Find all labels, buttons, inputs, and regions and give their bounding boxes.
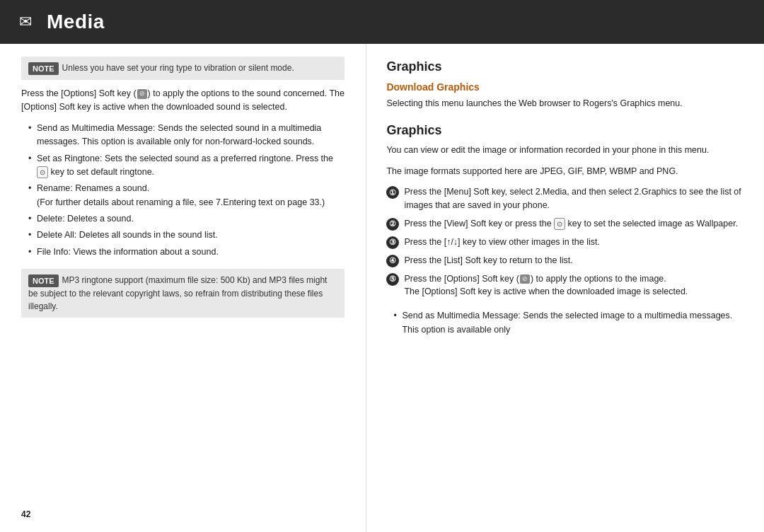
note-text-2: MP3 ringtone support (maximum file size:… (28, 275, 327, 311)
bullet-list-2: Send as Multimedia Message: Sends the se… (393, 309, 744, 340)
options-icon-2: ⊘ (520, 274, 530, 284)
numbered-item-text-1: Press the [Menu] Soft key, select 2.Medi… (404, 185, 744, 212)
main-heading: Graphics (386, 59, 744, 74)
note-text-1: Unless you have set your ring type to vi… (62, 63, 294, 73)
page-header: ✉ Media (0, 0, 764, 44)
sub-para-2a: You can view or edit the image or inform… (386, 144, 744, 157)
sub-para-2b: The image formats supported here are JPE… (386, 165, 744, 178)
circle-num-3: ③ (386, 236, 399, 249)
key-icon-view: ⊙ (554, 218, 565, 230)
numbered-item-3: ③ Press the [↑/↓] key to view other imag… (386, 236, 744, 249)
media-icon: ✉ (14, 11, 37, 33)
list-item: Rename: Renames a sound.(For further det… (28, 182, 345, 209)
content-area: NOTEUnless you have set your ring type t… (0, 44, 764, 532)
options-icon-1: ⊘ (137, 89, 147, 99)
note-label-2: NOTE (28, 274, 59, 288)
sub-para-1: Selecting this menu launches the Web bro… (386, 97, 744, 110)
list-item: Delete All: Deletes all sounds in the so… (28, 229, 345, 242)
numbered-item-text-2: Press the [View] Soft key or press the ⊙… (404, 217, 744, 231)
left-para-1: Press the [Options] Soft key (⊘) to appl… (21, 87, 345, 115)
page: ✉ Media NOTEUnless you have set your rin… (0, 0, 764, 532)
page-title: Media (47, 11, 105, 33)
note-box-1: NOTEUnless you have set your ring type t… (21, 57, 345, 80)
note-label-1: NOTE (28, 62, 59, 76)
right-column: Graphics Download Graphics Selecting thi… (366, 44, 764, 532)
numbered-item-2: ② Press the [View] Soft key or press the… (386, 217, 744, 231)
numbered-list: ① Press the [Menu] Soft key, select 2.Me… (386, 185, 744, 303)
note-box-2: NOTEMP3 ringtone support (maximum file s… (21, 269, 345, 318)
list-item: Send as Multimedia Message: Sends the se… (28, 122, 345, 149)
numbered-item-text-4: Press the [List] Soft key to return to t… (404, 254, 744, 267)
bullet-list-1: Send as Multimedia Message: Sends the se… (28, 122, 345, 262)
numbered-item-text-5: Press the [Options] Soft key (⊘) to appl… (404, 272, 744, 299)
circle-num-5: ⑤ (386, 273, 399, 286)
left-column: NOTEUnless you have set your ring type t… (0, 44, 366, 532)
key-icon-ring: ⊙ (37, 166, 48, 179)
list-item: File Info: Views the information about a… (28, 245, 345, 259)
list-item: Delete: Deletes a sound. (28, 212, 345, 226)
circle-num-4: ④ (386, 255, 399, 267)
page-number: 42 (21, 509, 345, 519)
list-item-r1: Send as Multimedia Message: Sends the se… (393, 309, 744, 337)
sub-heading-2: Graphics (386, 123, 744, 138)
circle-num-1: ① (386, 186, 399, 199)
sub-heading-1: Download Graphics (386, 81, 744, 93)
circle-num-2: ② (386, 218, 399, 231)
numbered-item-1: ① Press the [Menu] Soft key, select 2.Me… (386, 185, 744, 212)
list-item: Set as Ringtone: Sets the selected sound… (28, 152, 345, 180)
numbered-item-text-3: Press the [↑/↓] key to view other images… (404, 236, 744, 249)
two-column-layout: NOTEUnless you have set your ring type t… (0, 44, 764, 532)
numbered-item-4: ④ Press the [List] Soft key to return to… (386, 254, 744, 267)
numbered-item-5: ⑤ Press the [Options] Soft key (⊘) to ap… (386, 272, 744, 299)
